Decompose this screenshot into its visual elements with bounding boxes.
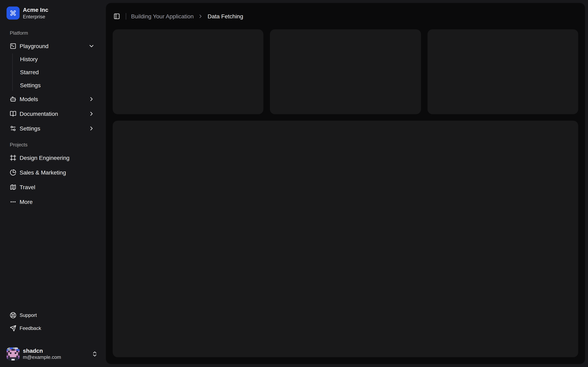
sidebar-item-label: Playground	[20, 43, 49, 49]
map-icon	[10, 184, 16, 190]
nav-group-label: Platform	[7, 26, 98, 39]
user-menu-button[interactable]: shadcn m@example.com	[3, 344, 101, 364]
ellipsis-icon	[10, 198, 16, 205]
nav-group-label: Projects	[7, 138, 98, 151]
nav-group-projects: Projects Design Engineering Sales & Mark…	[3, 135, 101, 208]
breadcrumb-current-page: Data Fetching	[208, 13, 243, 20]
nav-secondary: Support Feedback	[3, 309, 101, 334]
team-text: Acme Inc Enterprise	[23, 7, 48, 20]
sidebar: Acme Inc Enterprise Platform Playground …	[0, 0, 104, 367]
nav-menu: Design Engineering Sales & Marketing Tra…	[7, 151, 98, 208]
send-icon	[10, 325, 16, 332]
breadcrumb-parent-link[interactable]: Building Your Application	[131, 13, 194, 20]
header-separator	[126, 13, 126, 20]
breadcrumb: Building Your Application Data Fetching	[131, 13, 243, 20]
sliders-icon	[10, 125, 16, 132]
main-header: Building Your Application Data Fetching	[106, 3, 585, 29]
chevrons-up-down-icon	[91, 351, 98, 357]
placeholder-cards-row	[113, 29, 578, 114]
nav-item-playground-wrapper: Playground History Starred Settings	[7, 39, 98, 91]
sidebar-subitem-history[interactable]: History	[17, 53, 98, 65]
sidebar-toggle-button[interactable]	[111, 11, 122, 22]
chevron-down-icon[interactable]	[88, 43, 95, 49]
life-buoy-icon	[10, 312, 16, 318]
placeholder-card	[270, 29, 421, 114]
sidebar-subitem-label: Starred	[20, 69, 39, 75]
app-window: Acme Inc Enterprise Platform Playground …	[0, 0, 588, 367]
sidebar-item-label: Feedback	[20, 325, 41, 331]
main-content	[106, 29, 585, 364]
chevron-right-icon	[88, 125, 95, 132]
team-name: Acme Inc	[23, 7, 48, 14]
nav-menu: Playground History Starred Settings Mode…	[7, 39, 98, 135]
placeholder-panel	[113, 121, 578, 358]
team-switcher-button[interactable]: Acme Inc Enterprise	[7, 7, 98, 20]
chevron-right-icon	[88, 110, 95, 117]
square-terminal-icon	[10, 43, 16, 49]
user-email: m@example.com	[23, 355, 61, 361]
sidebar-subitem-starred[interactable]: Starred	[17, 66, 98, 78]
sidebar-item-settings[interactable]: Settings	[7, 122, 98, 135]
chevron-right-icon	[88, 96, 95, 102]
sidebar-item-label: Travel	[20, 184, 35, 190]
team-logo	[7, 7, 20, 20]
panel-left-icon	[113, 13, 120, 20]
sidebar-item-label: Support	[20, 312, 37, 318]
user-name: shadcn	[23, 347, 61, 355]
pie-chart-icon	[10, 169, 16, 175]
placeholder-card	[427, 29, 578, 114]
chevron-right-icon	[198, 13, 204, 19]
sidebar-item-more[interactable]: More	[7, 195, 98, 208]
sidebar-item-sales-marketing[interactable]: Sales & Marketing	[7, 166, 98, 179]
sidebar-subitem-label: History	[20, 56, 38, 62]
sidebar-item-label: Design Engineering	[20, 154, 69, 161]
bot-icon	[10, 96, 16, 102]
sidebar-subitem-settings[interactable]: Settings	[17, 79, 98, 91]
avatar	[7, 347, 20, 360]
sidebar-item-travel[interactable]: Travel	[7, 180, 98, 193]
command-icon	[10, 10, 16, 17]
sidebar-subitem-label: Settings	[20, 82, 41, 88]
user-text: shadcn m@example.com	[23, 347, 61, 361]
sidebar-item-label: Sales & Marketing	[20, 169, 66, 175]
sidebar-item-feedback[interactable]: Feedback	[7, 323, 98, 334]
sidebar-item-support[interactable]: Support	[7, 309, 98, 321]
placeholder-card	[113, 29, 264, 114]
sidebar-item-label: Documentation	[20, 110, 58, 117]
sidebar-item-documentation[interactable]: Documentation	[7, 107, 98, 120]
sidebar-item-label: More	[20, 198, 33, 205]
nav-group-platform: Platform Playground History Starred Sett…	[3, 23, 101, 135]
book-open-icon	[10, 110, 16, 117]
sidebar-item-label: Models	[20, 96, 38, 102]
main-inset: Building Your Application Data Fetching	[106, 3, 585, 364]
team-plan: Enterprise	[23, 14, 48, 20]
sidebar-item-models[interactable]: Models	[7, 92, 98, 105]
sidebar-item-design-engineering[interactable]: Design Engineering	[7, 151, 98, 164]
sidebar-item-playground[interactable]: Playground	[7, 39, 98, 52]
frame-icon	[10, 154, 16, 161]
avatar-image	[7, 347, 20, 360]
sidebar-header: Acme Inc Enterprise	[3, 3, 101, 23]
playground-submenu: History Starred Settings	[12, 53, 98, 91]
sidebar-item-label: Settings	[20, 125, 40, 132]
